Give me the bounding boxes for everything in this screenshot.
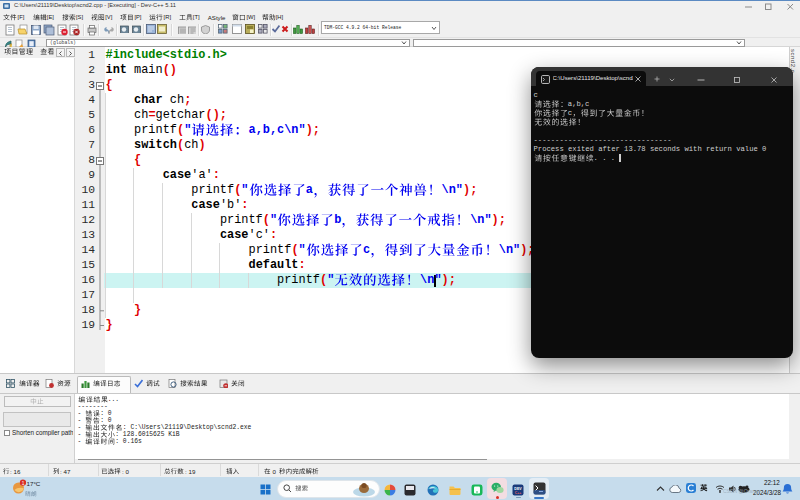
svg-text:C++: C++: [515, 490, 521, 494]
svg-text:1: 1: [22, 480, 25, 485]
